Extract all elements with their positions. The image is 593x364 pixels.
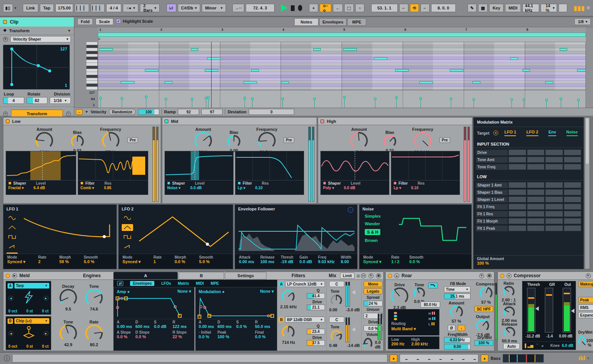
- prev-engine-icon[interactable]: ◀: [8, 331, 13, 336]
- matrix-source[interactable]: LFO 2: [526, 130, 538, 136]
- square-icon[interactable]: [6, 234, 18, 240]
- chevron-down-icon[interactable]: ▾: [14, 6, 16, 10]
- engine-b-ct[interactable]: 0 ct: [42, 344, 49, 348]
- stop-button[interactable]: [291, 5, 295, 11]
- matrix-cell[interactable]: [527, 196, 545, 202]
- low-shaper-type-menu[interactable]: Fractal ▾: [8, 186, 24, 190]
- amp-envelope-display[interactable]: [115, 295, 194, 319]
- play-button[interactable]: [281, 4, 287, 12]
- fb-mode-menu[interactable]: Time▼: [444, 286, 471, 292]
- device-on-led[interactable]: [500, 274, 504, 278]
- filter-a-badge[interactable]: A: [279, 281, 284, 287]
- clip-mini-overview[interactable]: [400, 354, 478, 362]
- velocity-shaper-graph[interactable]: 127 1: [3, 45, 70, 89]
- mod-initial[interactable]: 0.0 %: [199, 334, 218, 339]
- filter-b-drive-field[interactable]: 37.5: [307, 340, 325, 346]
- matrix-cell[interactable]: [545, 211, 563, 217]
- matrix-cell[interactable]: [564, 211, 582, 217]
- high-shaper-display[interactable]: [320, 151, 389, 180]
- lfo1-morph[interactable]: Morph59 %: [59, 255, 71, 268]
- velocity-marker[interactable]: [510, 98, 513, 101]
- volume-knob[interactable]: [364, 338, 372, 349]
- mod-env-target-menu[interactable]: None ▾: [260, 289, 274, 294]
- hot-swap-icon[interactable]: ↻: [369, 273, 373, 278]
- knee-field[interactable]: 6.0 dB: [562, 344, 573, 348]
- mid-frequency-knob[interactable]: [258, 132, 276, 149]
- matrix-cell[interactable]: [527, 182, 545, 188]
- spread-field[interactable]: 24 %: [364, 301, 383, 306]
- hot-swap-icon[interactable]: ↻: [586, 273, 591, 278]
- filter-b-badge[interactable]: B: [279, 317, 284, 322]
- low-pre-button[interactable]: Pre: [127, 137, 138, 143]
- matrix-cell[interactable]: [527, 204, 545, 210]
- matrix-cell[interactable]: [527, 225, 545, 231]
- noise-option-wander[interactable]: Wander: [365, 221, 381, 226]
- matrix-cell[interactable]: [545, 157, 563, 163]
- ramp-up-icon[interactable]: [122, 243, 133, 250]
- low-frequency-knob[interactable]: [102, 132, 119, 149]
- mix-b-level-handle[interactable]: [352, 327, 355, 332]
- envf-width[interactable]: Width8.00: [341, 255, 351, 268]
- matrix-cell[interactable]: [527, 149, 545, 155]
- subtab-envelopes[interactable]: Envelopes: [130, 281, 154, 286]
- velocity-marker[interactable]: [145, 96, 147, 98]
- fb-freq-field[interactable]: 4.33 kHz: [444, 337, 471, 343]
- fb-time-field[interactable]: 25.1 ms: [444, 293, 471, 299]
- lfo2-smooth[interactable]: Smooth5.0 %: [199, 255, 213, 268]
- tap-tempo-button[interactable]: Tap: [40, 4, 54, 12]
- mix-a-pan-field[interactable]: C: [329, 281, 344, 287]
- tab-envelopes[interactable]: Envelopes: [319, 18, 347, 26]
- computer-midi-keyboard-button[interactable]: ▦: [478, 4, 488, 12]
- mod-peak[interactable]: 100 %: [218, 334, 237, 339]
- ramp-end-field[interactable]: 97: [201, 109, 223, 115]
- matrix-cell[interactable]: [564, 164, 582, 170]
- noise-option-sh[interactable]: S & H: [365, 229, 380, 235]
- matrix-source[interactable]: Env: [548, 130, 556, 136]
- loop-length-field[interactable]: 8. 0. 0: [431, 4, 456, 12]
- note-grid[interactable]: [98, 42, 586, 90]
- mid-amount-knob[interactable]: [195, 132, 212, 149]
- chevron-down-icon[interactable]: ▾: [587, 356, 589, 360]
- randomize-amount-field[interactable]: 100: [138, 109, 159, 115]
- out-value[interactable]: 0.00 dB: [559, 334, 573, 338]
- division-menu[interactable]: 1/16▼: [50, 97, 71, 104]
- mid-res-field[interactable]: 0.10: [255, 186, 262, 190]
- matrix-cell[interactable]: [545, 225, 563, 231]
- low-res-field[interactable]: 0.85: [104, 186, 111, 190]
- highlight-scale-checkbox[interactable]: ✓ Highlight Scale: [116, 19, 153, 24]
- matrix-cell[interactable]: [545, 182, 563, 188]
- mid-filter-display[interactable]: [235, 151, 304, 180]
- amp-a-slope[interactable]: 0.0 %: [117, 334, 135, 339]
- mix-a-tone-knob[interactable]: [331, 295, 342, 306]
- midi-overdub-button[interactable]: o–o: [320, 4, 331, 12]
- midi-note[interactable]: [560, 48, 568, 51]
- piano-key-column[interactable]: [86, 42, 98, 90]
- save-preset-icon[interactable]: ▤: [487, 273, 492, 278]
- matrix-cell[interactable]: [564, 189, 582, 195]
- mid-shaper-type-menu[interactable]: Noise ▾: [167, 186, 180, 190]
- randomize-button[interactable]: Randomize: [109, 109, 136, 115]
- matrix-cell[interactable]: [564, 196, 582, 202]
- noise-option-simplex[interactable]: Simplex: [365, 214, 381, 218]
- amp-r-slope[interactable]: 22 %: [173, 334, 191, 339]
- noise-option-brown[interactable]: Brown: [365, 238, 381, 243]
- midi-note[interactable]: [207, 57, 221, 60]
- midi-note[interactable]: [472, 81, 480, 84]
- matrix-cell[interactable]: [508, 196, 526, 202]
- midi-note[interactable]: [545, 81, 553, 84]
- velocity-marker[interactable]: [205, 97, 207, 99]
- routing-menu[interactable]: Multi Band ▾: [391, 326, 416, 331]
- engine-b-st[interactable]: 0 st: [26, 344, 33, 348]
- sc-hpf-button[interactable]: SC HPF: [474, 306, 493, 312]
- midi-note[interactable]: [522, 69, 530, 72]
- automation-arm-button[interactable]: ○: [355, 4, 364, 12]
- meter-bars-icon[interactable]: ılıl: [579, 355, 585, 362]
- engine-b-menu[interactable]: Chip (♭♯)▼: [14, 318, 49, 324]
- loop-start-field[interactable]: 53. 1. 1: [371, 4, 398, 12]
- chevron-down-icon[interactable]: ▼: [67, 29, 71, 33]
- matrix-cell[interactable]: [564, 225, 582, 231]
- matrix-cell[interactable]: [527, 189, 545, 195]
- velocity-marker[interactable]: [343, 96, 346, 99]
- redo-transform-icon[interactable]: ↻: [66, 111, 71, 116]
- velocity-marker[interactable]: [419, 97, 422, 100]
